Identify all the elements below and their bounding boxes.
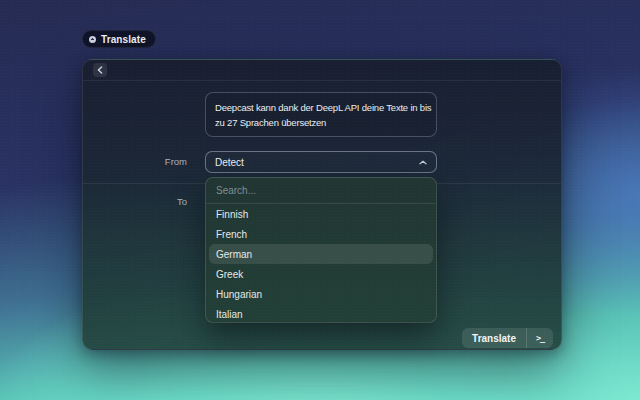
language-dropdown: Finnish French German Greek Hungarian It… — [205, 177, 437, 323]
from-label: From — [83, 156, 187, 167]
terminal-prompt-icon[interactable]: >_ — [527, 328, 553, 348]
dropdown-item-finnish[interactable]: Finnish — [206, 204, 436, 224]
back-button[interactable] — [93, 63, 107, 77]
dropdown-search-input[interactable] — [216, 185, 426, 196]
to-label: To — [83, 196, 187, 207]
dropdown-search[interactable] — [206, 178, 436, 204]
extension-icon — [89, 36, 96, 43]
dropdown-list: Finnish French German Greek Hungarian It… — [206, 204, 436, 323]
from-select-value: Detect — [215, 157, 244, 168]
footer-actions: Translate >_ — [462, 328, 553, 348]
dropdown-item-italian[interactable]: Italian — [206, 304, 436, 323]
chevron-left-icon — [97, 66, 103, 74]
source-text-input[interactable]: Deepcast kann dank der DeepL API deine T… — [205, 92, 437, 137]
header-divider — [83, 80, 561, 81]
chevron-up-icon — [419, 160, 427, 165]
dropdown-item-french[interactable]: French — [206, 224, 436, 244]
screen: Translate Deepcast kann dank der DeepL A… — [0, 0, 640, 400]
translate-command-badge[interactable]: Translate — [82, 30, 156, 48]
dropdown-item-hungarian[interactable]: Hungarian — [206, 284, 436, 304]
translate-window: Deepcast kann dank der DeepL API deine T… — [82, 59, 562, 350]
translate-button[interactable]: Translate — [462, 328, 526, 348]
source-text-line: zu 27 Sprachen übersetzen — [215, 115, 427, 130]
dropdown-item-german[interactable]: German — [209, 244, 433, 264]
badge-label: Translate — [101, 34, 146, 45]
from-language-select[interactable]: Detect — [205, 151, 437, 173]
dropdown-item-greek[interactable]: Greek — [206, 264, 436, 284]
source-text-line: Deepcast kann dank der DeepL API deine T… — [215, 100, 427, 115]
